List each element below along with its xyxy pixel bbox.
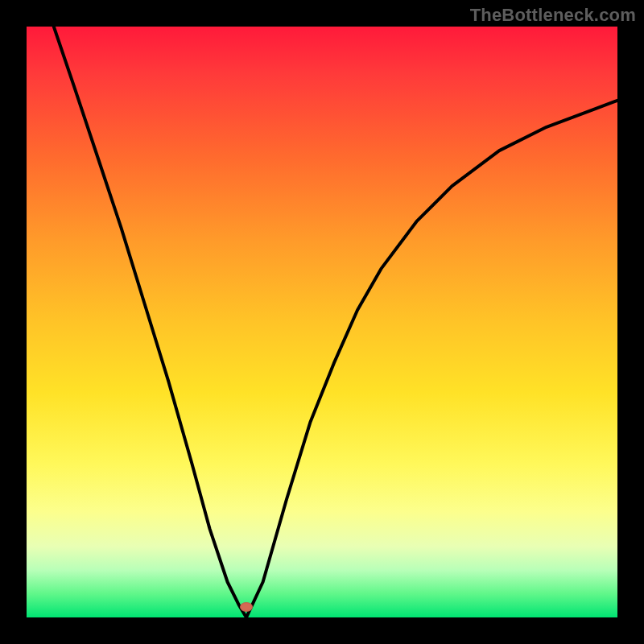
chart-frame: TheBottleneck.com — [0, 0, 644, 644]
watermark-text: TheBottleneck.com — [470, 5, 636, 26]
optimal-point-marker — [240, 602, 253, 612]
chart-gradient-background — [27, 27, 617, 617]
